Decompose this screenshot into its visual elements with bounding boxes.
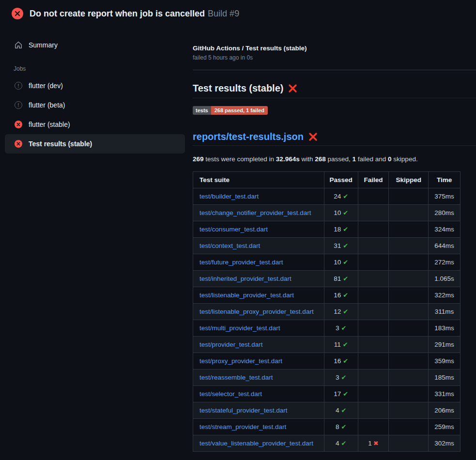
suite-cell: test/multi_provider_test.dart — [193, 320, 324, 337]
suite-cell: test/context_test.dart — [193, 238, 324, 254]
test-suite-link[interactable]: test/reassemble_test.dart — [200, 374, 273, 381]
time-cell: 324ms — [429, 221, 461, 238]
time-cell: 259ms — [429, 419, 461, 435]
job-label: Test results (stable) — [29, 140, 92, 148]
sidebar-item-job[interactable]: flutter (stable) — [5, 115, 185, 134]
passed-cell: 4✔ — [324, 402, 358, 419]
test-suite-link[interactable]: test/context_test.dart — [200, 242, 260, 249]
run-summary-text: 269 tests were completed in 32.964s with… — [193, 155, 476, 163]
suite-cell: test/listenable_proxy_provider_test.dart — [193, 304, 324, 320]
passed-count: 24 — [334, 193, 341, 200]
skipped-cell — [389, 271, 429, 287]
passed-count: 81 — [334, 275, 341, 282]
passed-cell: 12✔ — [324, 304, 358, 320]
report-title: reports/test-results.json — [193, 131, 476, 146]
time-cell: 359ms — [429, 353, 461, 369]
passed-cell: 4✔ — [324, 435, 358, 452]
failed-cell — [358, 304, 389, 320]
x-icon: ✖ — [373, 440, 379, 447]
summary-segment: 32.964s — [276, 155, 300, 163]
passed-count: 4 — [336, 440, 339, 447]
test-suite-link[interactable]: test/stateful_provider_test.dart — [200, 407, 288, 414]
suite-cell: test/inherited_provider_test.dart — [193, 271, 324, 287]
passed-cell: 3✔ — [324, 320, 358, 337]
table-row: test/stream_provider_test.dart8✔259ms — [193, 419, 461, 435]
passed-cell: 8✔ — [324, 419, 358, 435]
summary-segment: 268 — [315, 155, 326, 163]
passed-cell: 3✔ — [324, 369, 358, 386]
test-suite-link[interactable]: test/proxy_provider_test.dart — [200, 357, 282, 365]
table-row: test/proxy_provider_test.dart16✔359ms — [193, 353, 461, 369]
test-suite-link[interactable]: test/provider_test.dart — [200, 341, 263, 348]
suite-cell: test/change_notifier_provider_test.dart — [193, 205, 324, 221]
check-icon: ✔ — [343, 259, 348, 266]
section-title-text: Test results (stable) — [193, 83, 283, 94]
suite-cell: test/proxy_provider_test.dart — [193, 353, 324, 369]
test-suite-link[interactable]: test/inherited_provider_test.dart — [200, 275, 292, 282]
passed-count: 10 — [334, 209, 341, 216]
check-icon: ✔ — [343, 291, 348, 299]
check-icon: ✔ — [343, 341, 348, 348]
column-header: Skipped — [389, 172, 429, 188]
check-title-text: Do not create report when job is cancell… — [30, 9, 205, 18]
table-row: test/context_test.dart31✔644ms — [193, 238, 461, 254]
test-results-table: Test suitePassedFailedSkippedTime test/b… — [193, 171, 461, 452]
test-suite-link[interactable]: test/selector_test.dart — [200, 390, 262, 398]
skipped-cell — [389, 287, 429, 304]
badge-label: tests — [193, 106, 211, 115]
check-icon: ✔ — [343, 357, 348, 365]
check-icon: ✔ — [343, 242, 348, 249]
breadcrumb: GitHub Actions / Test results (stable) — [193, 45, 476, 52]
jobs-heading: Jobs — [14, 65, 185, 72]
passed-cell: 11✔ — [324, 337, 358, 353]
time-cell: 206ms — [429, 402, 461, 419]
test-suite-link[interactable]: test/value_listenable_provider_test.dart — [200, 440, 313, 447]
passed-count: 31 — [334, 242, 341, 249]
test-suite-link[interactable]: test/consumer_test.dart — [200, 226, 268, 233]
passed-count: 12 — [334, 308, 341, 315]
passed-count: 10 — [334, 259, 341, 266]
column-header: Passed — [324, 172, 358, 188]
sidebar-item-job[interactable]: Test results (stable) — [5, 134, 185, 153]
test-suite-link[interactable]: test/multi_provider_test.dart — [200, 324, 280, 332]
build-number: Build #9 — [208, 9, 239, 18]
time-cell: 272ms — [429, 254, 461, 271]
sidebar-item-summary[interactable]: Summary — [5, 37, 185, 53]
table-row: test/provider_test.dart11✔291ms — [193, 337, 461, 353]
test-suite-link[interactable]: test/listenable_provider_test.dart — [200, 291, 294, 299]
suite-cell: test/consumer_test.dart — [193, 221, 324, 238]
test-suite-link[interactable]: test/change_notifier_provider_test.dart — [200, 209, 311, 216]
test-suite-link[interactable]: test/stream_provider_test.dart — [200, 423, 286, 430]
failed-cell — [358, 271, 389, 287]
report-file-link[interactable]: reports/test-results.json — [193, 131, 304, 142]
check-icon: ✔ — [343, 275, 348, 282]
passed-cell: 16✔ — [324, 287, 358, 304]
failed-status-icon — [12, 8, 23, 19]
table-row: test/stateful_provider_test.dart4✔206ms — [193, 402, 461, 419]
skipped-cell — [389, 188, 429, 205]
tests-badge: tests 268 passed, 1 failed — [193, 106, 268, 115]
check-icon: ✔ — [341, 407, 346, 414]
jobs-sidebar: Summary Jobs !flutter (dev)!flutter (bet… — [0, 27, 193, 153]
test-suite-link[interactable]: test/future_provider_test.dart — [200, 259, 283, 266]
failed-cross-icon — [288, 84, 297, 93]
sidebar-item-job[interactable]: !flutter (dev) — [5, 76, 185, 95]
passed-count: 18 — [334, 226, 341, 233]
sidebar-item-job[interactable]: !flutter (beta) — [5, 95, 185, 115]
suite-cell: test/future_provider_test.dart — [193, 254, 324, 271]
failed-cell — [358, 402, 389, 419]
test-suite-link[interactable]: test/listenable_proxy_provider_test.dart — [200, 308, 314, 315]
skipped-cell — [389, 304, 429, 320]
passed-count: 3 — [336, 374, 339, 381]
skipped-cell — [389, 369, 429, 386]
summary-segment: passed, — [326, 155, 353, 163]
table-row: test/value_listenable_provider_test.dart… — [193, 435, 461, 452]
failed-cell — [358, 386, 389, 402]
failed-cell — [358, 188, 389, 205]
failed-cell — [358, 287, 389, 304]
suite-cell: test/reassemble_test.dart — [193, 369, 324, 386]
check-icon: ✔ — [343, 308, 348, 315]
test-suite-link[interactable]: test/builder_test.dart — [200, 193, 259, 200]
summary-segment: 0 — [388, 155, 392, 163]
check-icon: ✔ — [341, 423, 346, 430]
